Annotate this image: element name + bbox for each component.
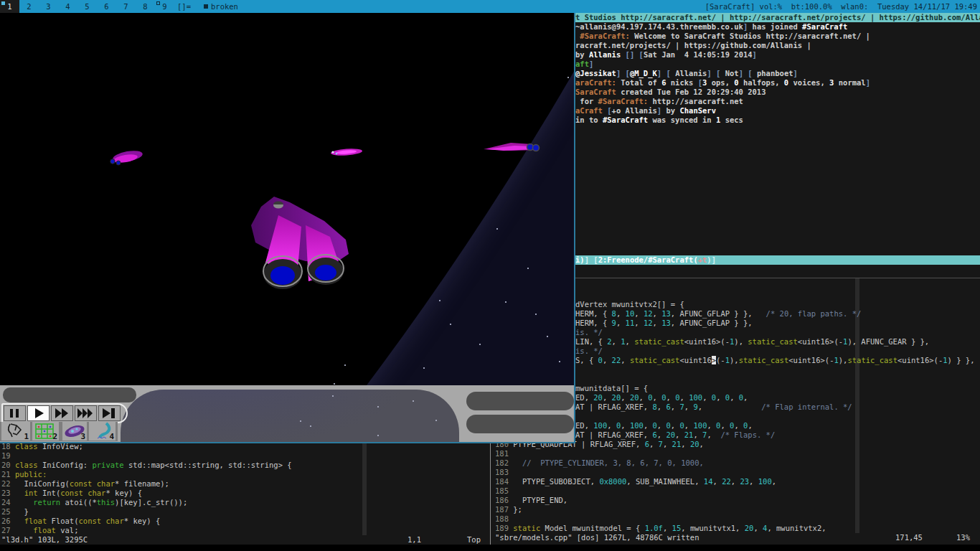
terminal-line: LIN, { 2, 1, static_cast<uint16>(-1), st… (575, 337, 929, 347)
small-spaceship-right (482, 140, 541, 156)
small-spaceship-left (106, 149, 143, 166)
tag-9[interactable]: 9 (155, 0, 174, 13)
pause-button[interactable] (4, 405, 26, 421)
ffwd2-icon (52, 406, 72, 420)
panel-button-1-label: 1 (24, 433, 29, 441)
star (505, 301, 507, 303)
star (439, 300, 440, 301)
tag-3[interactable]: 3 (39, 0, 58, 13)
focused-window-square-icon (204, 4, 208, 9)
game-control-panel: 1 2 3 (0, 385, 574, 442)
tag-1[interactable]: 1 (0, 0, 19, 13)
vim-ruler: 1,1 (407, 535, 421, 545)
terminal-line: is. */ (575, 347, 603, 356)
terminal-line: HERM, { 9, 11, 12, 13, AFUNC_GFLAP } }, (575, 319, 753, 328)
terminal-line: is. */ (575, 328, 603, 337)
vim-scroll-position: Top (467, 535, 481, 545)
star (535, 314, 537, 315)
play-button[interactable] (27, 405, 50, 421)
terminal-line: aft] (575, 60, 593, 69)
tag-7[interactable]: 7 (116, 0, 136, 13)
right-display-slot-1 (466, 392, 574, 410)
layout-symbol[interactable]: []= (177, 0, 191, 13)
terminal-line: 188 (495, 514, 513, 524)
terminal-line: 183 (495, 468, 513, 477)
terminal-line: by Allanis [] [Sat Jan 4 14:05:19 2014] (575, 50, 757, 60)
terminal-line: mwunitdata[] = { (575, 384, 648, 393)
terminal-line: HERM, { 8, 10, 12, 13, AFUNC_GFLAP } }, … (575, 309, 861, 319)
focused-window-title: broken (211, 0, 238, 13)
ffwd3-icon (75, 406, 96, 420)
terminal-line: 22 IniConfig(const char* filename); (1, 479, 169, 489)
panel-button-2[interactable]: 2 (32, 422, 59, 441)
tag-6[interactable]: 6 (97, 0, 116, 13)
dwm-statusbar: 123456789 []= broken [SaraCraft] vol:% b… (0, 0, 980, 13)
ffwd2-button[interactable] (51, 405, 73, 421)
terminal-line: AT | RFLAG_XREF, 6, 20, 21, 7, /* Flaps.… (575, 430, 775, 440)
terminal-line: 21 public: (1, 470, 47, 479)
terminal-line: racraft.net/projects/ | https://github.c… (575, 41, 811, 50)
terminal-line: 25 } (1, 507, 29, 517)
star (344, 364, 346, 366)
large-spaceship (245, 191, 357, 291)
game-window-broken[interactable]: 1 2 3 (0, 13, 575, 443)
star (450, 324, 451, 325)
terminal-line: ED, 100, 0, 100, 0, 0, 0, 100, 0, 0, 0, (575, 421, 753, 430)
right-display-slot-2 (466, 415, 574, 433)
panel-button-2-label: 2 (52, 433, 57, 441)
terminal-line: dVertex mwunitvtx2[] = { (575, 300, 684, 309)
terminal-line: 181 (495, 449, 513, 458)
star (547, 336, 548, 337)
irssi-status-text: i)] [2:Freenode/#SaraCraft(+t)] (575, 255, 716, 265)
terminal-line: 182 // PTYPE_CYLINDER, 3, 8, 6, 7, 0, 10… (495, 458, 704, 468)
vim-file-status: "sbre/models.cpp" [dos] 1267L, 48786C wr… (495, 533, 699, 542)
star (377, 435, 379, 436)
terminal-line: @Jessikat] [@M_D_K] [ Allanis] [ Not] [ … (575, 69, 798, 78)
ffwd4-icon (99, 406, 120, 420)
star (559, 361, 560, 362)
terminal-line: in to #SaraCraft was synced in 1 secs (575, 116, 743, 125)
tag-5[interactable]: 5 (77, 0, 97, 13)
star (377, 406, 379, 408)
star (413, 400, 414, 402)
panel-button-4[interactable]: 4 (89, 422, 116, 441)
star (310, 425, 311, 427)
panel-button-3[interactable]: 3 (62, 422, 87, 441)
star (300, 420, 301, 422)
systray-status-text: [SaraCraft] vol:% bt:100.0% wlan0: Tuesd… (705, 0, 977, 13)
terminal-line: ~allanis@94.197.174.43.threembb.co.uk] h… (575, 22, 847, 32)
terminal-line: 185 (495, 486, 513, 496)
terminal-line: 186 PTYPE_END, (495, 496, 567, 505)
star (479, 344, 481, 345)
tag-occupied-indicator (156, 1, 160, 5)
terminal-line: aCraft [+o Allanis] by ChanServ (575, 106, 716, 116)
panel-button-3-label: 3 (80, 433, 85, 441)
panel-button-1[interactable]: 1 (1, 422, 30, 441)
terminal-line: 189 static Model mwunitmodel = { 1.0f, 1… (495, 524, 826, 533)
terminal-line: #SaraCraft: Welcome to SaraCraft Studios… (575, 32, 870, 41)
terminal-line: for #SaraCraft: http://saracraft.net (575, 97, 743, 106)
pause-icon (4, 406, 25, 420)
terminal-line: SaraCraft created Tue Feb 12 20:29:40 20… (575, 88, 766, 97)
scanner-screen (121, 390, 459, 442)
tag-4[interactable]: 4 (58, 0, 77, 13)
play-icon (28, 406, 49, 420)
star (496, 228, 498, 230)
terminal-line: 19 (1, 451, 15, 461)
terminal-line: S, { 0, 22, static_cast<uint16>(-1),stat… (575, 356, 974, 365)
terminal-line: araCraft: Total of 6 nicks [3 ops, 0 hal… (575, 78, 870, 88)
time-control-group (1, 403, 128, 423)
terminal-line: 24 return atoi((*this)[key].c_str()); (1, 498, 187, 507)
tag-8[interactable]: 8 (136, 0, 155, 13)
vim-file-status: "l3d.h" 103L, 3295C (1, 535, 88, 545)
terminal-line: 184 PTYPE_SUBOBJECT, 0x8000, SUB_MAINWHE… (495, 477, 776, 486)
star (334, 383, 335, 385)
ffwd3-button[interactable] (75, 405, 97, 421)
small-spaceship-center (329, 145, 363, 159)
terminal-line: 26 float Float(const char* key) { (1, 517, 160, 526)
terminal-line: 27 float val; (1, 526, 78, 535)
tag-occupied-indicator (1, 1, 5, 5)
ffwd4-button[interactable] (98, 405, 121, 421)
tag-2[interactable]: 2 (19, 0, 39, 13)
vim-scroll-percent: 13% (956, 533, 970, 542)
